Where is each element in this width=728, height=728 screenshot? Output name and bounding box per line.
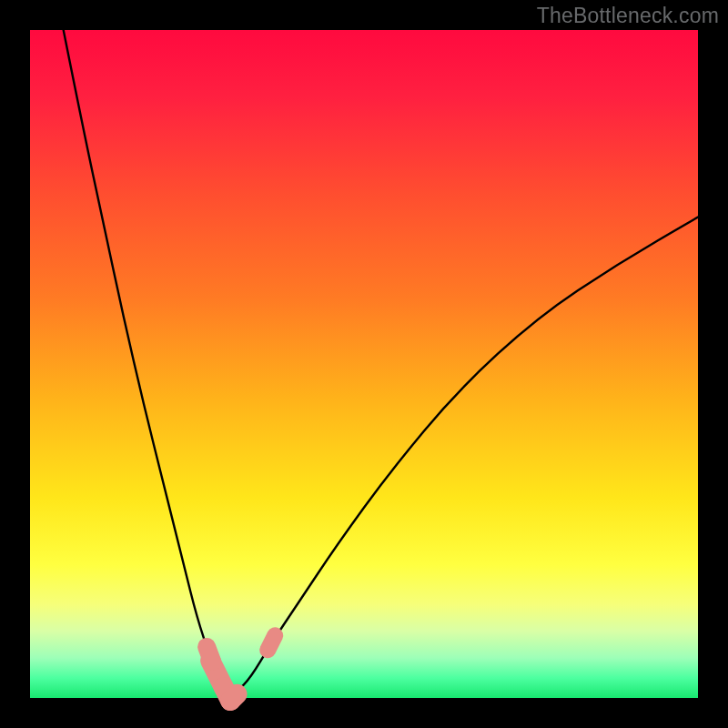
chart-stage: TheBottleneck.com bbox=[0, 0, 728, 728]
bottleneck-chart bbox=[0, 0, 728, 728]
watermark-text: TheBottleneck.com bbox=[537, 4, 719, 28]
plot-background bbox=[30, 30, 698, 698]
svg-line-5 bbox=[268, 635, 275, 650]
svg-line-3 bbox=[230, 694, 237, 701]
svg-line-4 bbox=[207, 647, 212, 662]
